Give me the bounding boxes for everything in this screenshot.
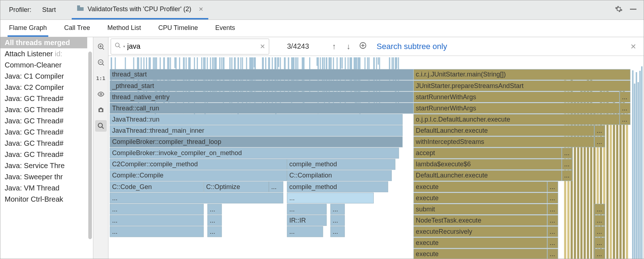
flame-bar[interactable] — [287, 193, 374, 203]
visibility-icon[interactable] — [95, 88, 107, 100]
search-options-icon[interactable]: ▾ — [123, 44, 125, 48]
thread-row[interactable]: Java: C1 Compiler — [0, 71, 87, 82]
flame-label: ... — [550, 250, 555, 258]
svg-rect-196 — [155, 57, 156, 68]
flame-label: ... — [112, 228, 117, 235]
search-subtree-link[interactable]: Search subtree only — [370, 42, 447, 51]
flame-bar[interactable] — [110, 215, 204, 226]
flame-label: execute — [416, 194, 439, 202]
thread-row[interactable]: Common-Cleaner — [0, 60, 87, 71]
flame-label: ... — [333, 206, 338, 213]
flame-label: DefaultLauncher.execute — [416, 172, 488, 179]
flame-label: ... — [210, 217, 215, 224]
search-icon[interactable] — [95, 120, 107, 132]
thread-row[interactable]: Java: GC Thread# — [0, 104, 87, 115]
prev-match-icon[interactable]: ↑ — [327, 42, 341, 51]
svg-rect-18 — [641, 66, 643, 259]
svg-rect-189 — [342, 57, 343, 69]
next-match-icon[interactable]: ↓ — [341, 42, 356, 51]
thread-row[interactable]: Monitor Ctrl-Break — [0, 194, 87, 205]
thread-row[interactable]: Java: VM Thread — [0, 183, 87, 194]
close-tab-icon[interactable]: ✕ — [199, 6, 203, 13]
flame-label: execute — [416, 239, 439, 246]
flame-label: ... — [597, 228, 602, 235]
flame-label: C::Compilation — [289, 172, 332, 179]
flame-graph[interactable]: thread_startc.i.r.j.JUnitStarter.main(St… — [108, 56, 644, 259]
flame-label: thread_start — [112, 71, 147, 78]
profiler-tab[interactable]: ValidatorTests with 'CPU Profiler' (2) ✕ — [72, 0, 208, 19]
flame-label: NodeTestTask.execute — [416, 217, 481, 224]
flame-label: CompileBroker::compiler_thread_loop — [112, 138, 221, 146]
flame-label: ... — [333, 217, 338, 224]
flame-bar[interactable] — [414, 148, 561, 158]
svg-rect-1 — [630, 9, 636, 10]
flame-label: ... — [550, 206, 555, 213]
flame-label: thread_native_entry — [112, 93, 170, 101]
match-count: 3/4243 — [269, 42, 327, 51]
tab-method-list[interactable]: Method List — [106, 21, 142, 37]
flame-label: ... — [622, 116, 627, 123]
thread-row[interactable]: Java: GC Thread# — [0, 115, 87, 127]
flame-label: submit — [416, 206, 435, 213]
tab-events[interactable]: Events — [214, 21, 236, 37]
flame-label: CompileBroker::invoke_compiler_on_method — [112, 149, 242, 157]
thread-row[interactable]: Java: GC Thread# — [0, 127, 87, 138]
thread-row[interactable]: Java: Sweeper thr — [0, 171, 87, 183]
sidebar-scrollbar[interactable] — [88, 52, 92, 239]
flame-bar[interactable] — [110, 193, 283, 203]
thread-row[interactable]: Java: GC Thread# — [0, 149, 87, 160]
flame-label: C2Compiler::compile_method — [112, 161, 198, 168]
thread-row[interactable]: Attach Listener id: — [0, 48, 87, 60]
flame-label: ... — [289, 228, 295, 235]
view-tabs: Flame GraphCall TreeMethod ListCPU Timel… — [0, 20, 644, 37]
flame-label: ... — [333, 228, 338, 235]
thread-row[interactable]: Java: Service Thre — [0, 160, 87, 171]
flame-label: IR::IR — [289, 217, 306, 224]
search-box[interactable]: ▾ ✕ — [111, 39, 269, 54]
flame-label: ... — [550, 239, 555, 246]
svg-rect-203 — [303, 57, 304, 67]
flame-label: JUnitStarter.prepareStreamsAndStart — [416, 82, 524, 89]
snapshot-icon[interactable] — [95, 104, 107, 116]
search-input[interactable] — [127, 42, 258, 51]
minimize-icon[interactable] — [626, 4, 640, 16]
svg-rect-59 — [316, 57, 317, 66]
flame-label: Compile::Compile — [112, 172, 163, 179]
close-search-icon[interactable]: ✕ — [623, 42, 644, 51]
flame-bar[interactable] — [110, 69, 413, 80]
expand-match-icon[interactable] — [356, 41, 370, 52]
tab-title: ValidatorTests with 'CPU Profiler' (2) — [88, 5, 191, 13]
thread-row[interactable]: Java: GC Thread# — [0, 138, 87, 149]
flame-label: ... — [550, 217, 555, 224]
svg-rect-201 — [254, 57, 255, 67]
start-button[interactable]: Start — [36, 3, 62, 17]
flame-label: DefaultLauncher.execute — [416, 127, 488, 134]
tab-cpu-timeline[interactable]: CPU Timeline — [157, 21, 199, 37]
svg-line-8 — [102, 64, 104, 65]
svg-rect-185 — [150, 57, 151, 69]
gear-icon[interactable] — [611, 3, 626, 17]
flame-label: ... — [550, 194, 555, 202]
flame-bar[interactable] — [110, 227, 204, 237]
tab-flame-graph[interactable]: Flame Graph — [8, 21, 48, 37]
flame-bar[interactable] — [110, 80, 413, 91]
flame-label: ... — [112, 194, 117, 202]
reset-zoom-icon[interactable]: 1:1 — [95, 73, 107, 84]
svg-rect-0 — [77, 5, 80, 7]
svg-point-10 — [99, 109, 102, 112]
flame-bar[interactable] — [110, 204, 204, 214]
flame-label: ... — [597, 217, 602, 224]
zoom-out-icon[interactable] — [95, 57, 107, 68]
sidebar-header[interactable]: All threads merged — [0, 37, 87, 48]
flame-label: _pthread_start — [112, 82, 154, 90]
thread-row[interactable]: Java: C2 Compiler — [0, 82, 87, 93]
flame-label: ... — [597, 127, 602, 134]
zoom-in-icon[interactable] — [95, 41, 107, 52]
flame-label: c.i.r.j.JUnitStarter.main(String[]) — [416, 71, 506, 78]
tab-call-tree[interactable]: Call Tree — [63, 21, 92, 37]
svg-rect-20 — [638, 82, 639, 259]
thread-row[interactable]: Java: GC Thread# — [0, 93, 87, 104]
clear-search-icon[interactable]: ✕ — [260, 43, 265, 51]
flame-label: executeRecursively — [416, 228, 472, 235]
svg-rect-105 — [364, 57, 365, 70]
